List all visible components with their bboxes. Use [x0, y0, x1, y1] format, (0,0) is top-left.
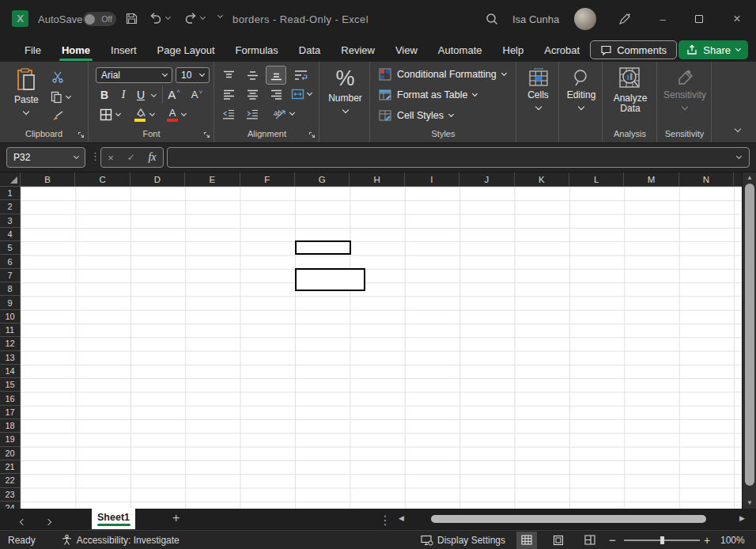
- row-header-10[interactable]: 10: [0, 310, 20, 324]
- increase-indent-button[interactable]: [244, 107, 261, 121]
- horizontal-scrollbar[interactable]: ◀ ▶: [395, 513, 748, 525]
- align-left-button[interactable]: [220, 87, 237, 101]
- user-name[interactable]: Isa Cunha: [512, 13, 559, 25]
- formula-input[interactable]: [167, 147, 750, 168]
- bottom-align-button[interactable]: [266, 66, 286, 85]
- decrease-font-size-button[interactable]: A˅: [189, 86, 205, 102]
- tab-bar-dots-icon[interactable]: ⋮: [379, 513, 391, 528]
- row-header-19[interactable]: 19: [0, 433, 20, 446]
- display-settings-button[interactable]: Display Settings: [421, 535, 505, 546]
- normal-view-button[interactable]: [516, 532, 537, 549]
- horizontal-scroll-thumb[interactable]: [431, 515, 706, 523]
- share-dropdown-chevron-icon[interactable]: [735, 46, 741, 51]
- font-size-combobox[interactable]: 10: [176, 67, 210, 83]
- column-header-b[interactable]: B: [21, 172, 75, 186]
- column-header-g[interactable]: G: [295, 172, 350, 186]
- font-family-combobox[interactable]: Arial: [96, 67, 172, 83]
- column-header-f[interactable]: F: [240, 172, 295, 186]
- sheet-nav-left-button[interactable]: [21, 513, 25, 528]
- feedback-button[interactable]: [617, 11, 633, 27]
- maximize-button[interactable]: [687, 7, 711, 31]
- copy-dropdown-chevron-icon[interactable]: [65, 93, 70, 99]
- scroll-left-arrow-icon[interactable]: ◀: [399, 514, 404, 522]
- row-header-24[interactable]: 24: [0, 502, 20, 509]
- cell-styles-button[interactable]: Cell Styles: [379, 109, 453, 122]
- sensitivity-button[interactable]: Sensitivity: [658, 68, 712, 109]
- merge-center-button[interactable]: [288, 87, 315, 101]
- zoom-in-button[interactable]: +: [704, 534, 710, 547]
- alignment-dialog-launcher[interactable]: [308, 131, 316, 138]
- formula-bar-expand-chevron-icon[interactable]: [736, 153, 742, 159]
- top-align-button[interactable]: [220, 68, 237, 82]
- comments-button[interactable]: Comments: [590, 40, 677, 59]
- page-layout-view-button[interactable]: [548, 532, 569, 549]
- zoom-out-button[interactable]: −: [609, 533, 616, 547]
- scroll-right-arrow-icon[interactable]: ▶: [739, 514, 745, 522]
- format-painter-button[interactable]: [49, 109, 66, 123]
- column-header-n[interactable]: N: [679, 172, 734, 186]
- column-header-m[interactable]: M: [624, 172, 679, 186]
- column-header-j[interactable]: J: [459, 172, 514, 186]
- row-header-9[interactable]: 9: [0, 296, 20, 309]
- conditional-formatting-button[interactable]: Conditional Formatting: [379, 68, 506, 81]
- menu-tab-acrobat[interactable]: Acrobat: [534, 38, 590, 62]
- bordered-rectangle-g4[interactable]: [295, 240, 351, 255]
- vertical-scrollbar[interactable]: ▲ ▼: [742, 172, 756, 509]
- middle-align-button[interactable]: [244, 68, 261, 82]
- zoom-level[interactable]: 100%: [720, 535, 745, 546]
- column-header-c[interactable]: C: [75, 172, 130, 186]
- cut-button[interactable]: [49, 70, 66, 84]
- sheet-tab-sheet1[interactable]: Sheet1: [92, 509, 135, 529]
- collapse-ribbon-button[interactable]: [729, 123, 747, 136]
- orientation-button[interactable]: ab: [269, 105, 297, 123]
- paste-button[interactable]: Paste: [14, 68, 39, 114]
- row-header-11[interactable]: 11: [0, 324, 20, 337]
- row-header-12[interactable]: 12: [0, 337, 20, 350]
- menu-tab-data[interactable]: Data: [289, 38, 331, 62]
- column-header-k[interactable]: K: [515, 172, 569, 186]
- wrap-text-button[interactable]: [291, 68, 310, 82]
- vertical-scroll-thumb[interactable]: [745, 184, 754, 486]
- increase-font-size-button[interactable]: A˄: [166, 86, 182, 102]
- search-button[interactable]: [485, 12, 499, 26]
- row-header-4[interactable]: 4: [0, 228, 20, 241]
- row-header-16[interactable]: 16: [0, 392, 20, 405]
- center-button[interactable]: [244, 87, 261, 101]
- format-as-table-button[interactable]: Format as Table: [379, 89, 477, 101]
- font-color-button[interactable]: A: [164, 105, 189, 124]
- cancel-entry-icon[interactable]: ×: [108, 152, 114, 164]
- user-avatar[interactable]: [574, 8, 596, 30]
- menu-tab-formulas[interactable]: Formulas: [225, 38, 289, 62]
- row-header-6[interactable]: 6: [0, 255, 20, 268]
- row-header-8[interactable]: 8: [0, 282, 20, 296]
- copy-button[interactable]: [46, 90, 74, 104]
- row-header-7[interactable]: 7: [0, 269, 20, 282]
- editing-button[interactable]: Editing: [560, 68, 603, 109]
- enter-entry-icon[interactable]: ✓: [127, 152, 135, 163]
- menu-tab-file[interactable]: File: [14, 38, 51, 62]
- cell-area[interactable]: [21, 187, 742, 509]
- new-sheet-button[interactable]: +: [172, 511, 180, 525]
- close-button[interactable]: ×: [725, 7, 749, 31]
- formula-bar-drag-dots-icon[interactable]: ⋮: [90, 150, 100, 162]
- scroll-down-arrow-icon[interactable]: ▼: [743, 498, 756, 508]
- zoom-slider-thumb[interactable]: [660, 536, 664, 544]
- underline-dropdown-chevron-icon[interactable]: [151, 92, 157, 97]
- menu-tab-help[interactable]: Help: [493, 38, 535, 62]
- font-dialog-launcher[interactable]: [203, 131, 210, 138]
- align-right-button[interactable]: [267, 87, 285, 101]
- clipboard-dialog-launcher[interactable]: [77, 131, 85, 138]
- row-header-13[interactable]: 13: [0, 351, 20, 365]
- column-header-i[interactable]: I: [405, 172, 459, 186]
- row-header-1[interactable]: 1: [0, 187, 20, 200]
- column-header-e[interactable]: E: [185, 172, 240, 186]
- borders-button[interactable]: [97, 107, 123, 123]
- row-header-17[interactable]: 17: [0, 406, 20, 419]
- number-format-button[interactable]: % Number: [320, 66, 370, 112]
- accessibility-status[interactable]: Accessibility: Investigate: [61, 534, 180, 546]
- bordered-rectangle-g6-g7[interactable]: [295, 268, 365, 291]
- row-header-22[interactable]: 22: [0, 474, 20, 487]
- row-header-14[interactable]: 14: [0, 365, 20, 378]
- select-all-corner[interactable]: [0, 172, 21, 187]
- menu-tab-page-layout[interactable]: Page Layout: [147, 38, 225, 62]
